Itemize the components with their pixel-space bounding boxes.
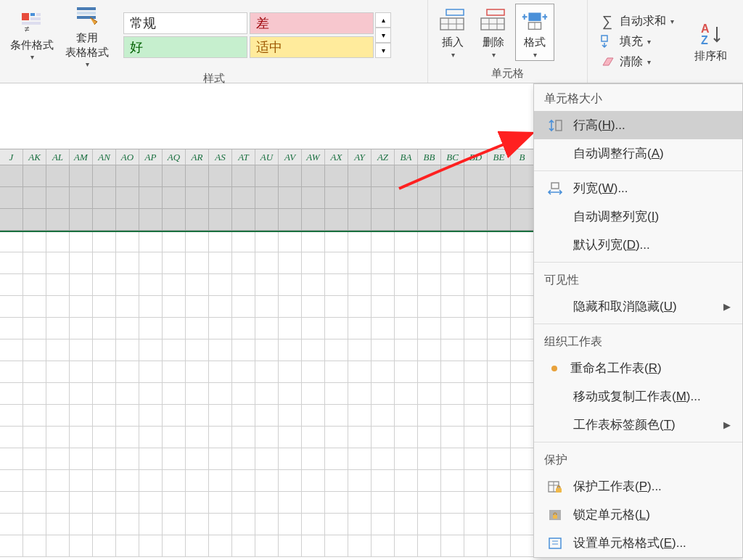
grid-cell[interactable] [325,383,348,405]
grid-cell[interactable] [186,535,209,557]
grid-cell[interactable] [93,274,116,296]
grid-cell[interactable] [209,427,232,448]
grid-cell[interactable] [23,339,46,361]
grid-cell[interactable] [232,318,255,339]
grid-cell[interactable] [488,232,511,252]
grid-cell[interactable] [232,209,255,231]
grid-cell[interactable] [23,252,46,274]
grid-cell[interactable] [441,361,464,383]
grid-cell[interactable] [0,274,23,296]
grid-cell[interactable] [139,187,163,209]
grid-cell[interactable] [348,470,372,492]
grid-cell[interactable] [46,252,70,274]
grid-cell[interactable] [93,252,116,274]
grid-cell[interactable] [418,383,441,405]
grid-cell[interactable] [325,209,348,231]
grid-cell[interactable] [46,232,70,252]
grid-cell[interactable] [163,470,186,492]
grid-cell[interactable] [348,492,372,514]
grid-cell[interactable] [395,383,418,405]
grid-cell[interactable] [70,535,93,557]
grid-cell[interactable] [441,252,464,274]
grid-cell[interactable] [255,252,279,274]
grid-cell[interactable] [116,339,139,361]
grid-cell[interactable] [464,274,488,296]
grid-cell[interactable] [186,514,209,535]
grid-cell[interactable] [348,448,372,470]
column-header[interactable]: AS [209,149,232,165]
grid-cell[interactable] [441,448,464,470]
grid-cell[interactable] [139,514,163,535]
grid-cell[interactable] [441,187,464,209]
grid-cell[interactable] [255,470,279,492]
grid-cell[interactable] [23,427,46,448]
grid-cell[interactable] [302,535,325,557]
grid-cell[interactable] [488,274,511,296]
grid-cell[interactable] [70,383,93,405]
grid-cell[interactable] [139,165,163,187]
grid-cell[interactable] [441,470,464,492]
grid-cell[interactable] [163,252,186,274]
grid-cell[interactable] [0,383,23,405]
autosum-button[interactable]: ∑ 自动求和 ▾ [599,13,674,29]
grid-cell[interactable] [209,492,232,514]
grid-cell[interactable] [302,448,325,470]
grid-cell[interactable] [186,339,209,361]
grid-cell[interactable] [209,448,232,470]
grid-cell[interactable] [302,492,325,514]
grid-cell[interactable] [395,427,418,448]
grid-cell[interactable] [70,296,93,318]
grid-cell[interactable] [395,405,418,427]
grid-cell[interactable] [209,514,232,535]
grid-cell[interactable] [488,514,511,535]
grid-cell[interactable] [418,470,441,492]
grid-cell[interactable] [279,209,302,231]
grid-cell[interactable] [279,383,302,405]
grid-cell[interactable] [511,165,534,187]
grid-cell[interactable] [279,427,302,448]
grid-cell[interactable] [0,209,23,231]
grid-cell[interactable] [116,383,139,405]
grid-cell[interactable] [116,427,139,448]
grid-cell[interactable] [348,514,372,535]
grid-cell[interactable] [139,405,163,427]
grid-cell[interactable] [163,232,186,252]
grid-cell[interactable] [232,296,255,318]
grid-cell[interactable] [46,535,70,557]
format-button[interactable]: 格式 ▾ [515,4,554,61]
grid-cell[interactable] [139,296,163,318]
column-header[interactable]: BB [418,149,441,165]
grid-cell[interactable] [395,514,418,535]
column-header[interactable]: B [511,149,534,165]
grid-cell[interactable] [255,274,279,296]
grid-cell[interactable] [163,492,186,514]
grid-cell[interactable] [348,361,372,383]
menu-auto-row-height[interactable]: 自动调整行高(A) [534,139,742,168]
column-header[interactable]: AQ [163,149,186,165]
grid-cell[interactable] [209,383,232,405]
column-header[interactable]: AU [255,149,279,165]
grid-cell[interactable] [441,274,464,296]
style-normal[interactable]: 常规 [123,12,247,34]
grid-cell[interactable] [418,274,441,296]
grid-cell[interactable] [372,165,395,187]
grid-cell[interactable] [186,448,209,470]
grid-cell[interactable] [372,252,395,274]
grid-cell[interactable] [116,448,139,470]
grid-cell[interactable] [255,209,279,231]
grid-cell[interactable] [116,252,139,274]
grid-cell[interactable] [93,209,116,231]
grid-cell[interactable] [464,470,488,492]
grid-cell[interactable] [255,361,279,383]
grid-cell[interactable] [395,339,418,361]
grid-cell[interactable] [186,361,209,383]
grid-cell[interactable] [255,318,279,339]
grid-cell[interactable] [325,165,348,187]
grid-cell[interactable] [163,274,186,296]
grid-cell[interactable] [302,252,325,274]
grid-cell[interactable] [93,535,116,557]
grid-cell[interactable] [255,405,279,427]
grid-cell[interactable] [93,318,116,339]
grid-cell[interactable] [348,427,372,448]
grid-cell[interactable] [232,470,255,492]
